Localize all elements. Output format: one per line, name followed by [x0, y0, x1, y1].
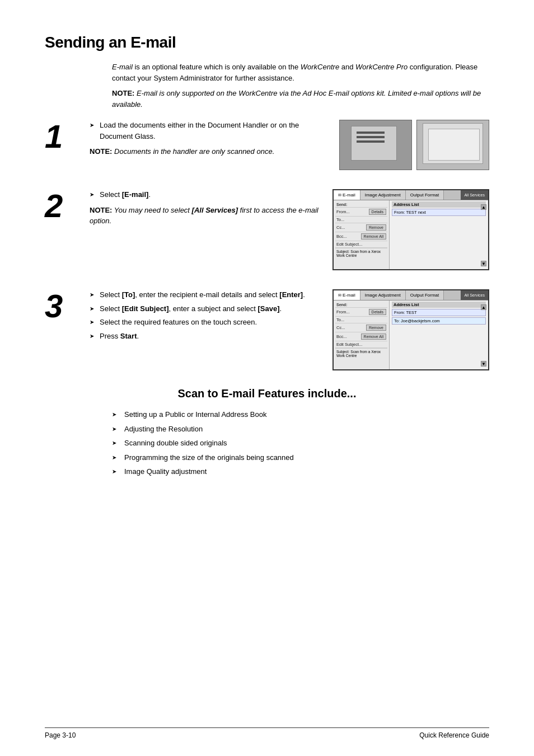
screen-tab-output-2: Output Format — [406, 290, 444, 300]
step-1-image-left — [339, 120, 412, 170]
step-1: 1 Load the documents either in the Docum… — [45, 118, 489, 170]
scroll-up-1[interactable]: ▲ — [481, 204, 486, 210]
screen-tab-image-1: Image Adjustment — [360, 190, 406, 200]
screen-mockup-2: ✉ E-mail Image Adjustment Output Format … — [332, 289, 489, 370]
screen-body-1: Send: From... Details To... — [334, 200, 488, 269]
feature-item-5: Image Quality adjustment — [112, 466, 489, 477]
features-title: Scan to E-mail Features include... — [45, 387, 489, 400]
step-3-content: Select [To], enter the recipient e-mail … — [90, 287, 489, 370]
screen-btn-remove[interactable]: Remove — [366, 224, 386, 231]
step-3-list: Select [To], enter the recipient e-mail … — [90, 289, 321, 341]
step-3-item-1: Select [To], enter the recipient e-mail … — [90, 289, 321, 300]
screen-btn-details[interactable]: Details — [369, 209, 386, 215]
step-2-content: Select [E-mail]. NOTE: You may need to s… — [90, 187, 489, 270]
screen-mockup-1: ✉ E-mail Image Adjustment Output Format … — [332, 189, 489, 270]
doc-glass-image — [417, 120, 489, 170]
features-list: Setting up a Public or Internal Address … — [112, 409, 489, 477]
step-2: 2 Select [E-mail]. NOTE: You may need to… — [45, 187, 489, 270]
footer-guide-name: Quick Reference Guide — [419, 731, 489, 739]
doc-handler-image — [340, 120, 411, 170]
page-title: Sending an E-mail — [45, 34, 489, 51]
screen-left-1: Send: From... Details To... — [334, 200, 390, 269]
step-2-text: Select [E-mail]. NOTE: You may need to s… — [90, 189, 321, 227]
screen-row-cc: Cc... Remove — [335, 223, 387, 232]
screen-addr-from-1: From: TEST next — [392, 209, 486, 216]
step-2-item: Select [E-mail]. — [90, 189, 321, 200]
step-1-number: 1 — [45, 120, 90, 153]
screen-right-2: Address List From: TEST To: Joe@backjets… — [390, 300, 488, 369]
screen-btn-remove-all[interactable]: Remove All — [361, 233, 386, 240]
screen-row-edit-subject: Edit Subject... — [335, 241, 387, 248]
scroll-down-2[interactable]: ▼ — [481, 361, 486, 367]
step-3-item-4: Press Start. — [90, 331, 321, 342]
scroll-down-1[interactable]: ▼ — [481, 261, 486, 266]
feature-item-3: Scanning double sided originals — [112, 438, 489, 449]
step-3: 3 Select [To], enter the recipient e-mai… — [45, 287, 489, 370]
screen-row-send-2: Send: — [335, 302, 387, 308]
step-1-list: Load the documents either in the Documen… — [90, 120, 330, 142]
screen-btn-remove-all-2[interactable]: Remove All — [361, 334, 386, 340]
screen-row-edit-subject-2: Edit Subject... — [335, 341, 387, 348]
screen-tab-email-2: ✉ E-mail — [334, 290, 360, 300]
scroll-up-2[interactable]: ▲ — [481, 304, 486, 310]
step-1-note: NOTE: Documents in the handler are only … — [90, 146, 330, 157]
screen-addr-from-2: From: TEST — [392, 309, 486, 316]
step-1-text-block: Load the documents either in the Documen… — [90, 120, 330, 157]
screen-subject-line: Subject: Scan from a Xerox Work Centre — [335, 248, 387, 259]
screen-btn-remove-2[interactable]: Remove — [366, 325, 386, 331]
step-2-note: NOTE: You may need to select [All Servic… — [90, 205, 321, 227]
step-2-number: 2 — [45, 190, 90, 222]
screen-top-bar-2: ✉ E-mail Image Adjustment Output Format … — [334, 290, 488, 300]
footer-page-ref: Page 3-10 — [45, 731, 76, 739]
screen-row-bcc-2: Bcc... Remove All — [335, 332, 387, 341]
screen-row-from-2: From... Details — [335, 308, 387, 317]
screen-row-from: From... Details — [335, 208, 387, 217]
step-3-text: Select [To], enter the recipient e-mail … — [90, 289, 321, 346]
page-container: Sending an E-mail E-mail is an optional … — [0, 0, 534, 756]
screen-top-bar-1: ✉ E-mail Image Adjustment Output Format … — [334, 190, 488, 200]
step-1-images — [339, 120, 489, 170]
screen-subject-line-2: Subject: Scan from a Xerox Work Centre — [335, 348, 387, 359]
screen-addr-header-2: Address List — [392, 302, 486, 308]
screen-tab-allservices-1: All Services — [461, 190, 488, 200]
screen-tab-email-1: ✉ E-mail — [334, 190, 360, 200]
intro-text: E-mail is an optional feature which is o… — [112, 62, 489, 110]
screen-btn-details-2[interactable]: Details — [369, 309, 386, 315]
screen-tab-allservices-2: All Services — [461, 290, 488, 300]
screen-body-2: Send: From... Details To... — [334, 300, 488, 369]
step-3-number: 3 — [45, 290, 90, 322]
screen-row-bcc: Bcc... Remove All — [335, 232, 387, 241]
intro-note: NOTE: E-mail is only supported on the Wo… — [112, 88, 489, 110]
screen-row-to-2: To... — [335, 317, 387, 323]
features-section: Scan to E-mail Features include... Setti… — [45, 387, 489, 477]
screen-right-1: Address List From: TEST next — [390, 200, 488, 269]
screen-addr-to-2: To: Joe@backjetsm.com — [392, 317, 486, 325]
page-footer: Page 3-10 Quick Reference Guide — [45, 727, 489, 739]
step-3-item-2: Select [Edit Subject], enter a subject a… — [90, 303, 321, 314]
screen-addr-header-1: Address List — [392, 201, 486, 208]
feature-item-1: Setting up a Public or Internal Address … — [112, 409, 489, 420]
screen-row-send: Send: — [335, 202, 387, 208]
step-3-item-3: Select the required features on the touc… — [90, 317, 321, 328]
screen-row-cc-2: Cc... Remove — [335, 323, 387, 332]
step-1-image-right — [416, 120, 489, 170]
screen-tab-output-1: Output Format — [406, 190, 444, 200]
step-1-content: Load the documents either in the Documen… — [90, 118, 489, 170]
screen-left-2: Send: From... Details To... — [334, 300, 390, 369]
step-2-list: Select [E-mail]. — [90, 189, 321, 200]
screen-scroll-1: ▲ ▼ — [480, 204, 487, 266]
feature-item-4: Programming the size of the originals be… — [112, 452, 489, 463]
screen-scroll-2: ▲ ▼ — [480, 304, 487, 367]
feature-item-2: Adjusting the Resolution — [112, 424, 489, 435]
screen-row-to: To... — [335, 217, 387, 223]
intro-paragraph: E-mail is an optional feature which is o… — [112, 62, 489, 83]
step-1-item: Load the documents either in the Documen… — [90, 120, 330, 142]
screen-tab-image-2: Image Adjustment — [360, 290, 406, 300]
